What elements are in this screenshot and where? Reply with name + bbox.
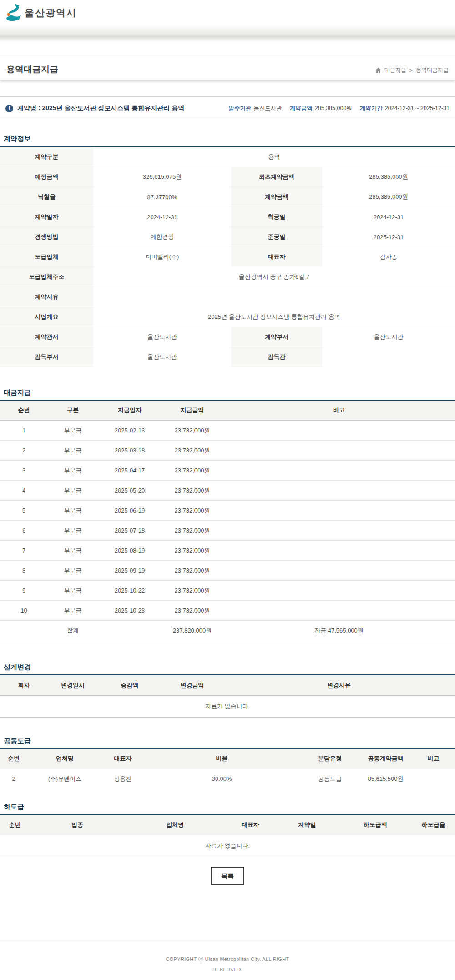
cell-share-type: 공동도급 (300, 769, 359, 789)
contract-name: 계약명 : 2025년 울산도서관 정보시스템 통합유지관리 용역 (17, 104, 184, 112)
cell-type: 부분금 (48, 481, 98, 501)
cell-amount: 23,782,000원 (162, 581, 223, 601)
info-label: 최초계약금액 (231, 167, 322, 187)
section-joint-contract: 공동도급 순번 업체명 대표자 비율 분담유형 공동계약금액 비고 2 (주)유… (0, 737, 455, 789)
page-footer: COPYRIGHT ⓒ Ulsan Metropolitan City. ALL… (0, 942, 455, 980)
cell-date: 2025-04-17 (98, 461, 162, 481)
info-value: 울산도서관 (93, 347, 231, 367)
site-header: 울산광역시 (0, 0, 455, 25)
info-value: 용역 (93, 147, 455, 167)
cell-type: 부분금 (48, 521, 98, 541)
cell-note (223, 441, 455, 461)
summary-field-label: 계약금액 (290, 105, 313, 111)
table-row: 도급업체 디비밸리(주) 대표자 김차종 (0, 247, 455, 267)
section-payment: 대금지급 순번 구분 지급일자 지급금액 비고 1 부분금 2025-02-13… (0, 388, 455, 642)
site-name: 울산광역시 (25, 6, 77, 19)
table-row: 8 부분금 2025-09-19 23,782,000원 (0, 561, 455, 581)
column-header: 변경금액 (162, 675, 223, 695)
cell-no: 3 (0, 461, 48, 481)
info-label: 경쟁방법 (0, 227, 93, 247)
table-row: 2 부분금 2025-03-18 23,782,000원 (0, 441, 455, 461)
column-header: 공동계약금액 (359, 749, 412, 769)
cell-date: 2025-10-23 (98, 601, 162, 621)
breadcrumb-section[interactable]: 대금지급 (384, 66, 406, 74)
ulsan-city-logo-icon (5, 3, 22, 22)
info-label: 예정금액 (0, 167, 93, 187)
cell-ceo: 정용진 (102, 769, 143, 789)
summary-field-value: 285,385,000원 (315, 105, 352, 111)
summary-field-amount: 계약금액285,385,000원 (290, 105, 352, 112)
contract-info-table: 계약구분 용역 예정금액 326,615,075원 최초계약금액 285,385… (0, 147, 455, 367)
column-header: 하도급액 (339, 815, 412, 835)
summary-field-period: 계약기간2024-12-31 ~ 2025-12-31 (360, 105, 450, 112)
page-title: 용역대금지급 (6, 64, 58, 75)
table-row: 낙찰율 87.37700% 계약금액 285,385,000원 (0, 187, 455, 207)
joint-contract-table: 순번 업체명 대표자 비율 분담유형 공동계약금액 비고 2 (주)유벤어스 정… (0, 749, 455, 789)
summary-field-label: 계약기간 (360, 105, 383, 111)
table-row: 10 부분금 2025-10-23 23,782,000원 (0, 601, 455, 621)
section-design-change: 설계변경 회차 변경일시 증감액 변경금액 변경사유 자료가 없습니다. (0, 663, 455, 718)
column-header: 업체명 (27, 749, 102, 769)
cell-empty (0, 621, 48, 641)
info-label: 감독부서 (0, 347, 93, 367)
cell-date: 2025-06-19 (98, 501, 162, 521)
breadcrumb: 대금지급 > 용역대금지급 (375, 66, 449, 75)
cell-amount: 23,782,000원 (162, 561, 223, 581)
cell-no: 9 (0, 581, 48, 601)
cell-amount: 23,782,000원 (162, 521, 223, 541)
info-value: 285,385,000원 (322, 187, 455, 207)
list-button[interactable]: 목록 (211, 867, 244, 885)
info-label: 계약일자 (0, 207, 93, 227)
home-icon[interactable] (375, 68, 381, 73)
info-value: 제한경쟁 (93, 227, 231, 247)
breadcrumb-separator: > (410, 67, 413, 74)
cell-amount: 23,782,000원 (162, 481, 223, 501)
table-header-row: 순번 구분 지급일자 지급금액 비고 (0, 401, 455, 421)
cell-no: 10 (0, 601, 48, 621)
table-row: 9 부분금 2025-10-22 23,782,000원 (0, 581, 455, 601)
info-label: 착공일 (231, 207, 322, 227)
info-label: 계약금액 (231, 187, 322, 207)
cell-note (223, 521, 455, 541)
table-row: 계약일자 2024-12-31 착공일 2024-12-31 (0, 207, 455, 227)
page-title-bar: 용역대금지급 대금지급 > 용역대금지급 (0, 58, 455, 80)
section-subcontract: 하도급 순번 업종 업체명 대표자 계약일 하도급액 하도급율 자료가 없습니다… (0, 803, 455, 857)
table-header-row: 순번 업종 업체명 대표자 계약일 하도급액 하도급율 (0, 815, 455, 835)
table-row: 계약관서 울산도서관 계약부서 울산도서관 (0, 327, 455, 347)
cell-no: 6 (0, 521, 48, 541)
table-row: 사업개요 2025년 울산도서관 정보시스템 통합유지관리 용역 (0, 307, 455, 327)
empty-message: 자료가 없습니다. (0, 835, 455, 857)
cell-amount: 23,782,000원 (162, 441, 223, 461)
cell-no: 2 (0, 769, 27, 789)
summary-field-value: 2024-12-31 ~ 2025-12-31 (385, 105, 450, 111)
copyright-line-1: COPYRIGHT ⓒ Ulsan Metropolitan City. ALL… (0, 954, 455, 965)
table-row: 계약구분 용역 (0, 147, 455, 167)
table-row: 경쟁방법 제한경쟁 준공일 2025-12-31 (0, 227, 455, 247)
table-row: 예정금액 326,615,075원 최초계약금액 285,385,000원 (0, 167, 455, 187)
table-row: 감독부서 울산도서관 감독관 (0, 347, 455, 367)
cell-amount: 23,782,000원 (162, 601, 223, 621)
total-balance: 잔금 47,565,000원 (223, 621, 455, 641)
info-value: 2024-12-31 (322, 207, 455, 227)
cell-amount: 23,782,000원 (162, 421, 223, 441)
cell-type: 부분금 (48, 581, 98, 601)
summary-field-label: 발주기관 (228, 105, 251, 111)
cell-type: 부분금 (48, 461, 98, 481)
empty-message: 자료가 없습니다. (0, 695, 455, 717)
column-header: 비율 (143, 749, 300, 769)
design-change-table: 회차 변경일시 증감액 변경금액 변경사유 자료가 없습니다. (0, 675, 455, 718)
payment-table: 순번 구분 지급일자 지급금액 비고 1 부분금 2025-02-13 23,7… (0, 401, 455, 642)
cell-type: 부분금 (48, 541, 98, 561)
info-label: 도급업체 (0, 247, 93, 267)
info-label: 대표자 (231, 247, 322, 267)
column-header: 지급일자 (98, 401, 162, 421)
breadcrumb-current[interactable]: 용역대금지급 (416, 66, 449, 74)
info-label: 사업개요 (0, 307, 93, 327)
button-area: 목록 (0, 867, 455, 885)
summary-field-agency: 발주기관울산도서관 (228, 105, 282, 112)
info-value (93, 287, 455, 307)
site-logo[interactable]: 울산광역시 (5, 3, 77, 22)
table-row: 4 부분금 2025-05-20 23,782,000원 (0, 481, 455, 501)
column-header: 분담유형 (300, 749, 359, 769)
info-label: 도급업체주소 (0, 267, 93, 287)
